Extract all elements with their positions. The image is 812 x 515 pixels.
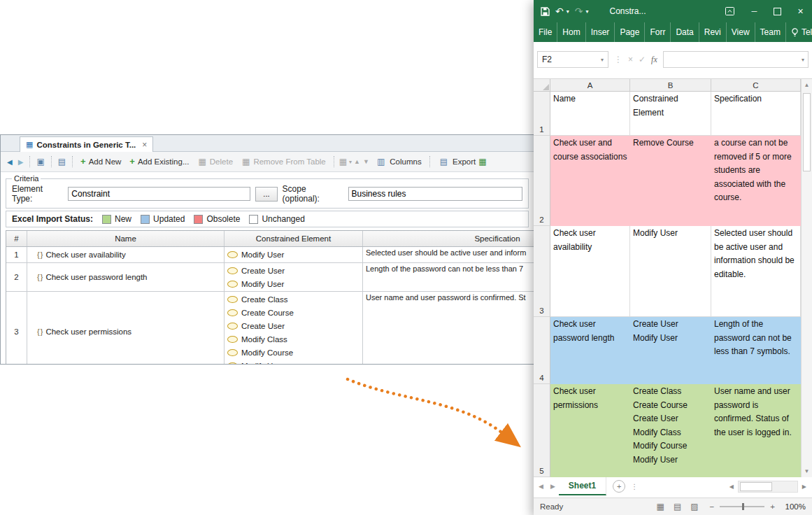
insert-function-icon[interactable]: fx bbox=[651, 55, 657, 65]
cell-b5[interactable]: Create Class Create Course Create User M… bbox=[630, 384, 711, 477]
horizontal-scrollbar[interactable]: ◀ ▶ bbox=[727, 481, 811, 493]
scope-input[interactable] bbox=[348, 187, 523, 201]
page-layout-view-icon[interactable]: ▤ bbox=[674, 502, 681, 512]
close-tab-icon[interactable]: × bbox=[142, 140, 147, 150]
scroll-right-icon[interactable]: ▶ bbox=[800, 484, 809, 490]
close-button[interactable]: × bbox=[789, 0, 812, 22]
element-type-browse-button[interactable]: ... bbox=[255, 187, 277, 202]
name-box-dropdown-icon[interactable]: ▾ bbox=[597, 57, 608, 63]
cell-a1[interactable]: Name bbox=[550, 92, 630, 136]
formula-input[interactable] bbox=[664, 52, 798, 66]
column-header-c[interactable]: C bbox=[711, 79, 801, 92]
tab-home[interactable]: Hom bbox=[557, 22, 585, 42]
specification-cell[interactable]: User name and user password is confirmed… bbox=[363, 292, 534, 365]
cell-a5[interactable]: Check user permissions bbox=[550, 384, 630, 477]
new-sheet-button[interactable]: + bbox=[613, 480, 625, 493]
scrollbar-thumb[interactable] bbox=[803, 93, 811, 171]
tab-review[interactable]: Revi bbox=[699, 22, 727, 42]
undo-icon[interactable]: ↶ bbox=[555, 6, 564, 16]
horizontal-scroll-track[interactable] bbox=[738, 481, 798, 493]
cell-a3[interactable]: Check user availability bbox=[550, 226, 630, 317]
copy-to-clipboard-icon[interactable]: ▣ bbox=[34, 155, 46, 168]
zoom-level[interactable]: 100% bbox=[781, 502, 806, 511]
tab-insert[interactable]: Inser bbox=[586, 22, 615, 42]
cell-c3[interactable]: Selected user should be active user and … bbox=[711, 226, 801, 317]
cell-c1[interactable]: Specification bbox=[711, 92, 801, 136]
tab-constraints-table[interactable]: ▦ Constraints in Generic T... × bbox=[20, 136, 153, 152]
delete-button[interactable]: ▦ Delete bbox=[194, 153, 236, 170]
scroll-down-icon[interactable]: ▼ bbox=[804, 468, 810, 474]
constrained-elements-cell[interactable]: Create User Modify User bbox=[225, 263, 363, 291]
add-new-button[interactable]: + Add New bbox=[77, 155, 124, 168]
tab-tell-me[interactable]: Tell bbox=[786, 22, 812, 42]
tab-formulas[interactable]: Forr bbox=[645, 22, 671, 42]
row-header-4[interactable]: 4 bbox=[534, 317, 550, 384]
scroll-left-icon[interactable]: ◀ bbox=[727, 484, 736, 490]
undo-dropdown-icon[interactable]: ▾ bbox=[567, 8, 569, 15]
customize-quick-access-icon[interactable]: ▾ bbox=[585, 8, 588, 15]
back-icon[interactable]: ◀ bbox=[5, 157, 15, 167]
normal-view-icon[interactable]: ▦ bbox=[657, 502, 664, 512]
minimize-button[interactable]: ─ bbox=[743, 0, 766, 22]
constrained-elements-cell[interactable]: Modify User bbox=[225, 247, 363, 262]
add-existing-button[interactable]: + Add Existing... bbox=[126, 155, 192, 168]
element-type-input[interactable] bbox=[68, 187, 250, 201]
previous-sheet-icon[interactable]: ◀ bbox=[535, 483, 547, 490]
tab-team[interactable]: Team bbox=[755, 22, 786, 42]
sheet-tab-sheet1[interactable]: Sheet1 bbox=[559, 477, 606, 495]
cell-c5[interactable]: User name and user password is confirmed… bbox=[711, 384, 801, 477]
constraint-name-cell[interactable]: { } Check user password length bbox=[27, 263, 225, 291]
cell-b3[interactable]: Modify User bbox=[630, 226, 711, 317]
ribbon-display-options-icon[interactable] bbox=[717, 7, 743, 15]
specification-cell[interactable]: Selected user should be active user and … bbox=[363, 247, 534, 262]
constrained-elements-cell[interactable]: Create Class Create Course Create User M… bbox=[225, 292, 363, 365]
tab-data[interactable]: Data bbox=[671, 22, 699, 42]
redo-icon[interactable]: ↷ bbox=[575, 6, 583, 16]
col-header-name[interactable]: Name bbox=[27, 231, 225, 246]
column-header-a[interactable]: A bbox=[550, 79, 630, 92]
select-all-corner[interactable] bbox=[534, 79, 550, 92]
move-up-icon[interactable]: ▲ bbox=[353, 157, 361, 167]
row-header-3[interactable]: 3 bbox=[534, 226, 550, 317]
move-down-icon[interactable]: ▼ bbox=[362, 157, 370, 167]
table-row[interactable]: 3 { } Check user permissions Create Clas… bbox=[6, 292, 534, 365]
col-header-constrained-element[interactable]: Constrained Element bbox=[225, 231, 363, 246]
tab-view[interactable]: View bbox=[727, 22, 755, 42]
expand-formula-bar-icon[interactable]: ▾ bbox=[798, 57, 808, 63]
name-box[interactable]: F2 ▾ bbox=[537, 51, 608, 68]
row-header-5[interactable]: 5 bbox=[534, 384, 550, 477]
filter-icon[interactable]: ▦ bbox=[339, 155, 348, 168]
column-header-b[interactable]: B bbox=[630, 79, 711, 92]
cancel-icon[interactable]: × bbox=[628, 55, 633, 64]
cell-a2[interactable]: Check user and course associations bbox=[550, 136, 630, 226]
col-header-num[interactable]: # bbox=[6, 231, 27, 246]
col-header-specification[interactable]: Specification bbox=[363, 231, 534, 246]
enter-icon[interactable]: ✓ bbox=[639, 55, 646, 64]
cell-a4[interactable]: Check user password length bbox=[550, 317, 630, 384]
table-row[interactable]: 2 { } Check user password length Create … bbox=[6, 263, 534, 292]
cell-b2[interactable]: Remove Course bbox=[630, 136, 711, 226]
next-sheet-icon[interactable]: ▶ bbox=[547, 483, 559, 490]
zoom-slider[interactable] bbox=[720, 506, 764, 507]
row-header-1[interactable]: 1 bbox=[534, 92, 550, 136]
table-row[interactable]: 1 { } Check user availability Modify Use… bbox=[6, 247, 534, 263]
show-specification-icon[interactable]: ▤ bbox=[56, 155, 68, 168]
cell-c2[interactable]: a course can not be removed if 5 or more… bbox=[711, 136, 801, 226]
constraint-name-cell[interactable]: { } Check user availability bbox=[27, 247, 225, 262]
filter-dropdown-icon[interactable]: ▾ bbox=[349, 159, 352, 165]
maximize-button[interactable] bbox=[766, 0, 789, 22]
row-header-2[interactable]: 2 bbox=[534, 136, 550, 226]
save-icon[interactable] bbox=[541, 7, 550, 16]
zoom-in-icon[interactable]: + bbox=[770, 502, 775, 511]
constraint-name-cell[interactable]: { } Check user permissions bbox=[27, 292, 225, 365]
tab-page-layout[interactable]: Page bbox=[615, 22, 645, 42]
columns-button[interactable]: ▥ Columns bbox=[371, 153, 425, 170]
zoom-slider-handle[interactable] bbox=[742, 503, 744, 510]
horizontal-scroll-thumb[interactable] bbox=[740, 482, 772, 491]
tab-file[interactable]: File bbox=[534, 22, 557, 42]
scroll-up-icon[interactable]: ▲ bbox=[804, 82, 810, 88]
specification-cell[interactable]: Length of the password can not be less t… bbox=[363, 263, 534, 291]
sheet-bar-splitter-icon[interactable]: ⋮ bbox=[631, 483, 638, 491]
vertical-scrollbar[interactable]: ▲ ▼ bbox=[801, 79, 812, 477]
remove-from-table-button[interactable]: ▦ Remove From Table bbox=[238, 153, 329, 170]
